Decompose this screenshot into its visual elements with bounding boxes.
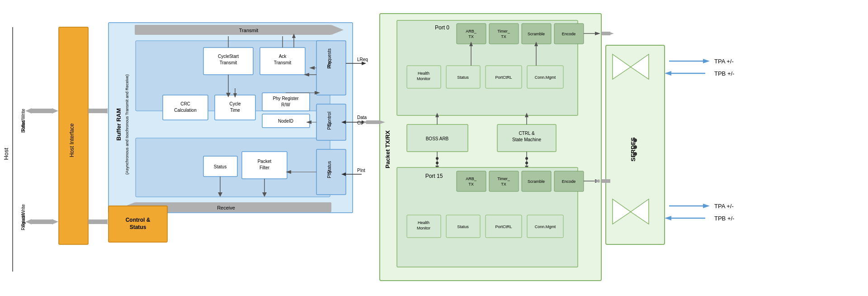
receive-label: Receive	[217, 205, 235, 210]
svg-marker-59	[363, 120, 368, 124]
tpb-bot-label: TPB +/-	[714, 215, 734, 222]
arb-tx-15-box	[457, 171, 486, 191]
ctrl-sm-label: CTRL &	[519, 131, 535, 136]
nodeid-label: NodeID	[278, 119, 293, 124]
svg-marker-53	[665, 216, 671, 220]
timer-tx-0-label: Timer_	[497, 29, 510, 33]
scramble-15-label: Scramble	[528, 179, 545, 184]
arb-tx-0-label: ARB_	[466, 29, 477, 33]
buffer-ram-subtitle: (Asynchronous and Isochronous Transmit a…	[125, 74, 129, 175]
register-rw-label2: Read/Write	[21, 204, 26, 227]
scramble-0-label: Scramble	[528, 32, 545, 36]
conn-mgmt-0-label: Conn.Mgmt	[535, 75, 556, 80]
transmit-bar	[135, 25, 331, 35]
port0-label: Port 0	[435, 24, 449, 31]
cycle-start-label: CycleStart	[218, 54, 239, 59]
transmit-label: Transmit	[239, 28, 258, 33]
control-status-label2: Status	[130, 224, 146, 230]
crc-calc-label2: Calculation	[174, 108, 196, 113]
crc-calc-label: CRC	[180, 101, 190, 106]
svg-marker-3	[52, 108, 58, 114]
buffer-ram-label: Buffer RAM	[115, 108, 122, 141]
dot2	[436, 162, 439, 164]
phy-requests-label2: Requests	[327, 48, 332, 67]
encode-0-label: Encode	[562, 32, 576, 36]
ctrl-sm-label2: State Machine	[512, 137, 541, 142]
lreq-label: LReq	[357, 57, 368, 62]
status-15-label: Status	[457, 224, 469, 229]
svg-marker-24	[362, 62, 366, 65]
conn-mgmt-15-label: Conn.Mgmt	[535, 224, 556, 229]
ack-transmit-label: Ack	[279, 54, 287, 59]
diagram-container: Host Buffer Read/Write Register Read/Wri…	[0, 0, 868, 296]
serdes-dot2	[633, 145, 637, 149]
timer-tx-15-label: Timer_	[497, 177, 510, 181]
port15-label: Port 15	[425, 173, 443, 179]
tpa-bot-label: TPA +/-	[714, 203, 734, 210]
timer-tx-0-label2: TX	[501, 34, 506, 39]
phy-status-label2: Status	[327, 161, 332, 174]
serdes-dot3	[633, 152, 637, 156]
dot3	[525, 157, 528, 160]
tpa-top-label: TPA +/-	[714, 58, 734, 65]
phy-reg-label: Phy Register	[273, 96, 299, 101]
svg-marker-6	[52, 219, 58, 224]
dot1	[436, 157, 439, 160]
svg-marker-49	[665, 71, 671, 76]
health-monitor-15-label2: Monitor	[417, 226, 430, 230]
arb-tx-15-label: ARB_	[466, 177, 477, 181]
svg-marker-55	[609, 32, 614, 35]
health-monitor-0-label: Health	[418, 71, 429, 76]
svg-marker-5	[25, 219, 32, 224]
svg-marker-47	[703, 59, 710, 63]
arb-tx-0-label2: TX	[468, 34, 474, 39]
data-ctl-label: Data	[357, 115, 367, 120]
portctrl-0-label: PortCtRL	[495, 75, 512, 80]
packet-filter-label2: Filter	[259, 165, 270, 170]
timer-tx-15-label2: TX	[501, 182, 506, 186]
control-status-label: Control &	[126, 217, 151, 223]
health-monitor-0-label2: Monitor	[417, 76, 430, 81]
buffer-rw-label2: Read/Write	[21, 109, 26, 131]
ack-transmit-label2: Transmit	[274, 60, 292, 65]
dot4	[525, 162, 528, 164]
svg-marker-51	[703, 204, 710, 208]
phy-reg-label2: R/W	[281, 102, 290, 107]
status-0-label: Status	[457, 75, 469, 80]
phy-reg-box	[262, 93, 310, 111]
packet-filter-label: Packet	[258, 159, 272, 164]
phy-control-label2: Control	[327, 112, 332, 126]
host-interface-label: Host Interface	[69, 123, 75, 157]
timer-tx-15-box	[489, 171, 519, 191]
timer-tx-0-box	[489, 24, 519, 44]
serdes-dot1	[633, 138, 637, 142]
cycle-time-label2: Time	[230, 108, 240, 113]
host-label: Host	[3, 148, 9, 160]
packet-txrx-label: Packet TX/RX	[384, 130, 391, 168]
arb-tx-15-label2: TX	[468, 182, 474, 186]
status-filter-label: Status	[214, 164, 226, 169]
tpb-top-label: TPB +/-	[714, 70, 734, 77]
portctrl-15-label: PortCtRL	[495, 224, 512, 229]
svg-marker-2	[25, 108, 32, 114]
cycle-time-label: Cycle	[229, 101, 241, 106]
boss-arb-label: BOSS ARB	[426, 136, 449, 141]
pint-label: PInt	[357, 168, 365, 173]
cycle-start-label2: Transmit	[220, 60, 237, 65]
encode-15-label: Encode	[562, 179, 576, 184]
arb-tx-0-box	[457, 24, 486, 44]
health-monitor-15-label: Health	[418, 220, 429, 225]
